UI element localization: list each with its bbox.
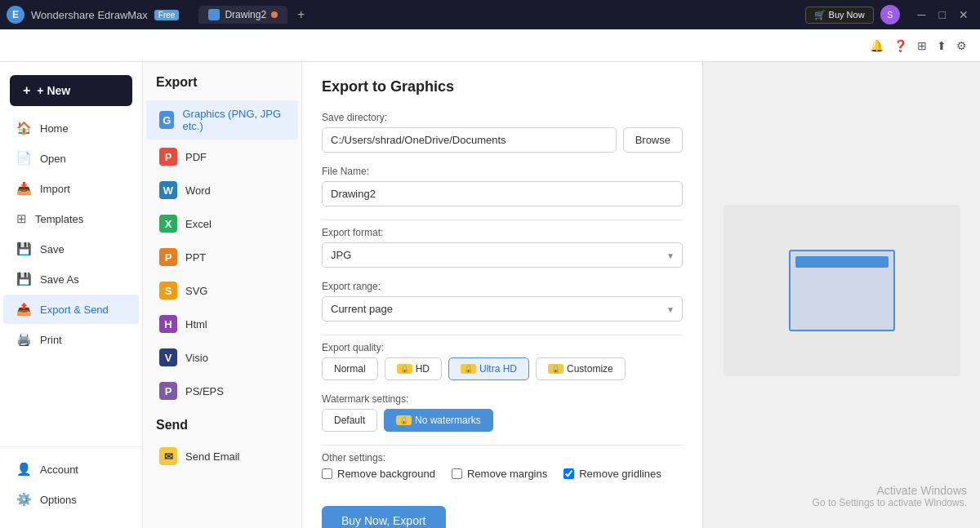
save-directory-input[interactable] [322,127,617,153]
sidebar-item-saveas[interactable]: 💾 Save As [3,264,139,294]
graphics-icon: G [159,111,174,129]
export-item-pseps[interactable]: P PS/EPS [146,375,298,407]
export-item-pdf[interactable]: P PDF [146,140,298,173]
cart-icon: 🛒 [814,10,826,20]
main-content: Export G Graphics (PNG, JPG etc.) P PDF … [143,62,980,528]
watermark-group: Watermark settings: Default 🔒 No waterma… [322,393,683,432]
export-quality-label: Export quality: [322,342,683,353]
ppt-icon: P [159,248,177,266]
quality-row: Normal 🔒 HD 🔒 Ultra HD 🔒 Customize [322,357,683,380]
export-item-html[interactable]: H Html [146,308,298,340]
sidebar-item-print[interactable]: 🖨️ Print [3,325,139,354]
quality-hd-button[interactable]: 🔒 HD [385,357,442,380]
file-name-group: File Name: [322,166,683,206]
other-settings-label: Other settings: [322,452,683,464]
export-label-ppt: PPT [185,251,206,264]
preview-inner [724,205,960,376]
tab-modified-dot [271,11,278,18]
export-range-select[interactable]: Current page All pages [322,296,683,322]
export-item-word[interactable]: W Word [146,174,298,206]
buy-export-button[interactable]: Buy Now, Export [322,506,446,528]
grid-icon[interactable]: ⊞ [917,39,927,52]
maximize-button[interactable]: □ [934,7,951,23]
file-name-input[interactable] [322,181,683,206]
sidebar: + + New 🏠 Home 📄 Open 📥 Import ⊞ Templat… [0,62,143,528]
remove-margins-checkbox[interactable]: Remove margins [452,468,547,480]
export-label-email: Send Email [185,450,239,463]
sidebar-item-home[interactable]: 🏠 Home [3,113,139,143]
browse-button[interactable]: Browse [623,127,683,153]
sidebar-item-account[interactable]: 👤 Account [3,455,139,484]
sidebar-label-export: Export & Send [40,304,109,316]
watermark-default-button[interactable]: Default [322,409,377,432]
home-icon: 🏠 [16,121,32,135]
buy-now-button[interactable]: 🛒 Buy Now [805,7,874,24]
toolbar-right: 🔔 ❓ ⊞ ⬆ ⚙ [870,39,967,52]
watermark-default-label: Default [334,415,365,426]
export-item-ppt[interactable]: P PPT [146,241,298,273]
export-label-graphics: Graphics (PNG, JPG etc.) [182,108,285,132]
ultrahd-premium-badge: 🔒 [461,364,476,374]
save-icon: 💾 [16,242,32,256]
remove-gridlines-checkbox[interactable]: Remove gridlines [564,468,661,480]
settings-icon[interactable]: ⚙ [956,39,967,52]
sidebar-label-saveas: Save As [40,273,79,286]
sidebar-label-print: Print [40,334,62,346]
remove-margins-input[interactable] [452,468,462,479]
save-directory-row: Browse [322,127,683,153]
sidebar-item-import[interactable]: 📥 Import [3,174,139,203]
watermark-none-button[interactable]: 🔒 No watermarks [384,409,493,432]
sidebar-label-options: Options [40,494,77,506]
sidebar-item-open[interactable]: 📄 Open [3,144,139,173]
export-label-svg: SVG [185,285,207,297]
sidebar-item-options[interactable]: ⚙️ Options [3,485,139,514]
export-item-graphics[interactable]: G Graphics (PNG, JPG etc.) [146,100,298,140]
add-tab-button[interactable]: + [291,4,311,25]
close-button[interactable]: ✕ [954,7,973,23]
export-range-group: Export range: Current page All pages [322,281,683,322]
export-format-select[interactable]: JPG PNG SVG [322,242,683,268]
minimize-button[interactable]: ─ [913,7,931,23]
remove-background-checkbox[interactable]: Remove background [322,468,435,480]
sidebar-nav: 🏠 Home 📄 Open 📥 Import ⊞ Templates 💾 Sav… [0,113,142,446]
export-item-email[interactable]: ✉ Send Email [146,440,298,473]
tab-bar: Drawing2 + [198,4,311,25]
window-controls: ─ □ ✕ [913,7,973,23]
quality-ultrahd-label: Ultra HD [479,363,517,375]
export-label-html: Html [185,318,207,331]
remove-background-input[interactable] [322,468,332,479]
quality-normal-button[interactable]: Normal [322,357,378,380]
sidebar-label-open: Open [40,153,66,165]
templates-icon: ⊞ [16,211,27,226]
export-label-pdf: PDF [185,151,207,163]
save-directory-label: Save directory: [322,112,683,123]
export-menu: Export G Graphics (PNG, JPG etc.) P PDF … [143,62,302,528]
sidebar-item-templates[interactable]: ⊞ Templates [3,204,139,233]
user-avatar[interactable]: S [880,5,900,24]
hd-premium-badge: 🔒 [397,364,412,374]
quality-customize-button[interactable]: 🔒 Customize [536,357,626,380]
notification-icon[interactable]: 🔔 [870,39,884,52]
export-range-label: Export range: [322,281,683,292]
checkbox-row: Remove background Remove margins Remove … [322,468,683,480]
sidebar-item-export[interactable]: 📤 Export & Send [3,295,139,324]
save-directory-group: Save directory: Browse [322,112,683,153]
help-icon[interactable]: ❓ [893,39,907,52]
remove-background-label: Remove background [337,468,435,480]
app-name: Wondershare EdrawMax [31,9,148,21]
export-item-excel[interactable]: X Excel [146,207,298,240]
share-icon[interactable]: ⬆ [937,39,947,52]
export-quality-group: Export quality: Normal 🔒 HD 🔒 Ultra HD � [322,342,683,380]
activate-windows-notice: Activate Windows Go to Settings to activ… [813,484,967,508]
new-button[interactable]: + + New [10,75,132,106]
export-format-wrapper: JPG PNG SVG [322,242,683,268]
tab-drawing2[interactable]: Drawing2 [198,6,287,24]
export-item-svg[interactable]: S SVG [146,274,298,307]
tab-icon [208,9,220,20]
remove-gridlines-input[interactable] [564,468,574,479]
export-label-pseps: PS/EPS [185,385,224,397]
export-item-visio[interactable]: V Visio [146,341,298,374]
quality-ultrahd-button[interactable]: 🔒 Ultra HD [448,357,529,380]
titlebar-left: E Wondershare EdrawMax Free Drawing2 + [7,4,311,25]
sidebar-item-save[interactable]: 💾 Save [3,234,139,264]
